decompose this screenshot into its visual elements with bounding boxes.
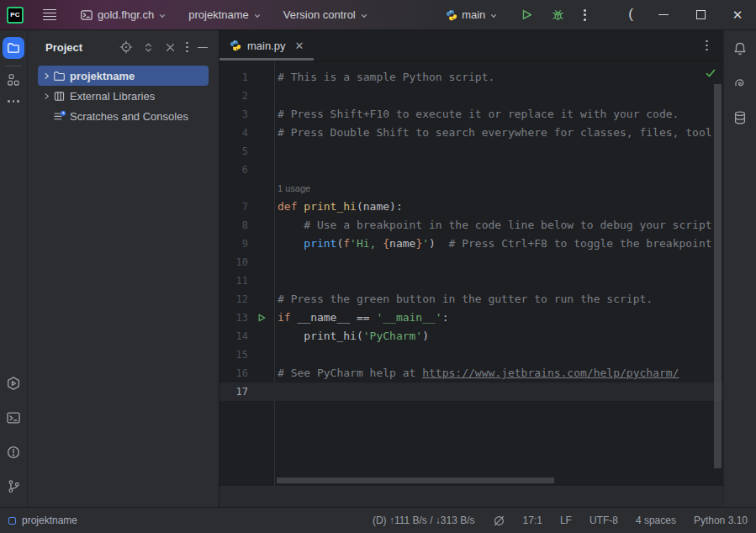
run-line-icon[interactable] bbox=[248, 309, 274, 327]
project-widget[interactable]: projektname bbox=[183, 5, 267, 24]
chevron-right-icon[interactable] bbox=[38, 72, 53, 80]
code-line[interactable]: 3# Press Shift+F10 to execute it or repl… bbox=[219, 105, 723, 124]
code-line[interactable]: 17 bbox=[219, 383, 723, 401]
status-project-widget[interactable]: projektname bbox=[8, 515, 77, 526]
code-line[interactable]: 10 bbox=[219, 253, 723, 272]
run-configuration-widget[interactable]: main bbox=[441, 5, 503, 24]
structure-tool-icon[interactable] bbox=[7, 73, 20, 87]
code-text: print(f'Hi, {name}') # Press Ctrl+F8 to … bbox=[274, 235, 723, 253]
pycharm-logo: PC bbox=[7, 7, 24, 24]
code-text bbox=[274, 272, 723, 290]
expand-all-icon[interactable] bbox=[141, 40, 156, 55]
code-editor[interactable]: 1# This is a sample Python script.23# Pr… bbox=[219, 61, 723, 486]
tab-main-py[interactable]: main.py ✕ bbox=[219, 30, 314, 61]
gutter-marker bbox=[248, 87, 274, 105]
collapse-all-icon[interactable] bbox=[163, 40, 177, 55]
problems-tool-icon[interactable] bbox=[6, 445, 21, 460]
code-text: # This is a sample Python script. bbox=[274, 68, 723, 87]
code-text: # Use a breakpoint in the code line belo… bbox=[274, 216, 723, 235]
gutter-marker bbox=[248, 346, 274, 364]
main-menu-icon[interactable] bbox=[38, 4, 61, 26]
code-line[interactable]: 5 bbox=[219, 142, 723, 161]
code-text: 1 usage bbox=[274, 179, 723, 198]
notifications-bell-icon[interactable] bbox=[732, 41, 748, 56]
code-line[interactable]: 2 bbox=[219, 87, 723, 105]
inspections-ok-icon[interactable] bbox=[705, 67, 716, 79]
project-tool-button[interactable] bbox=[3, 37, 24, 59]
more-actions-icon[interactable] bbox=[577, 5, 593, 25]
tab-options-icon[interactable] bbox=[699, 36, 715, 55]
panel-options-icon[interactable] bbox=[185, 41, 189, 54]
gutter-marker bbox=[248, 124, 274, 142]
locate-file-icon[interactable] bbox=[119, 40, 134, 55]
debug-button[interactable] bbox=[546, 4, 570, 25]
gutter-marker bbox=[248, 290, 274, 309]
vertical-scrollbar[interactable] bbox=[714, 84, 722, 468]
code-text: # Press Shift+F10 to execute it or repla… bbox=[274, 105, 723, 124]
more-tool-windows-icon[interactable] bbox=[8, 100, 19, 103]
vcs-widget[interactable]: Version control bbox=[278, 5, 373, 24]
line-separator-widget[interactable]: LF bbox=[560, 515, 572, 526]
line-number: 4 bbox=[219, 124, 248, 142]
remote-host-widget[interactable]: gold.fhgr.ch bbox=[75, 5, 172, 25]
chevron-down-icon bbox=[158, 12, 167, 20]
window-maximize-button[interactable] bbox=[682, 0, 719, 30]
code-line[interactable]: 16# See PyCharm help at https://www.jetb… bbox=[219, 364, 723, 383]
ai-assistant-icon[interactable] bbox=[732, 76, 748, 91]
vcs-widget-label: Version control bbox=[283, 8, 356, 21]
project-panel-header: Project bbox=[28, 30, 219, 64]
code-line[interactable]: 15 bbox=[219, 346, 723, 364]
status-project-label: projektname bbox=[22, 515, 77, 526]
window-minimize-button[interactable] bbox=[645, 0, 682, 30]
horizontal-scrollbar[interactable] bbox=[277, 478, 554, 483]
code-text bbox=[274, 383, 723, 401]
tree-item-scratches[interactable]: Scratches and Consoles bbox=[38, 106, 209, 126]
line-number: 2 bbox=[219, 87, 248, 105]
titlebar-extra-glyph: ( bbox=[628, 6, 633, 23]
run-button[interactable] bbox=[515, 4, 539, 25]
caret-position-widget[interactable]: 17:1 bbox=[523, 515, 542, 526]
right-activity-bar bbox=[723, 30, 756, 507]
code-line[interactable]: 8 # Use a breakpoint in the code line be… bbox=[219, 216, 723, 235]
services-tool-icon[interactable] bbox=[6, 376, 21, 391]
code-line[interactable]: 7def print_hi(name): bbox=[219, 198, 723, 216]
code-line[interactable]: 9 print(f'Hi, {name}') # Press Ctrl+F8 t… bbox=[219, 235, 723, 253]
terminal-tool-icon[interactable] bbox=[6, 410, 21, 425]
network-speed-widget[interactable]: (D) ↑111 B/s / ↓313 B/s bbox=[373, 515, 475, 526]
tree-item-label: Scratches and Consoles bbox=[70, 110, 188, 123]
chevron-right-icon[interactable] bbox=[38, 92, 53, 100]
chevron-down-icon bbox=[489, 12, 498, 20]
gutter-marker bbox=[248, 216, 274, 235]
hide-panel-icon[interactable] bbox=[197, 45, 209, 50]
code-line[interactable]: 11 bbox=[219, 272, 723, 290]
window-close-button[interactable]: ✕ bbox=[719, 0, 756, 30]
line-number: 1 bbox=[219, 68, 248, 87]
tree-item-projektname[interactable]: projektname bbox=[38, 66, 209, 86]
code-line[interactable]: 6 bbox=[219, 161, 723, 179]
remote-host-label: gold.fhgr.ch bbox=[98, 8, 154, 21]
code-line[interactable]: 14 print_hi('PyCharm') bbox=[219, 327, 723, 346]
project-panel: Project bbox=[28, 30, 219, 507]
sidebar-divider bbox=[5, 66, 22, 66]
chevron-down-icon bbox=[253, 12, 262, 20]
git-tool-icon[interactable] bbox=[7, 479, 21, 493]
active-tab-indicator bbox=[219, 58, 314, 61]
chevron-down-icon bbox=[360, 12, 368, 20]
code-text bbox=[274, 142, 723, 161]
inlay-hint-row[interactable]: 1 usage bbox=[219, 179, 723, 198]
code-line[interactable]: 13if __name__ == '__main__': bbox=[219, 309, 723, 327]
interpreter-widget[interactable]: Python 3.10 bbox=[694, 515, 748, 526]
tab-close-icon[interactable]: ✕ bbox=[293, 40, 306, 52]
code-line[interactable]: 12# Press the green button in the gutter… bbox=[219, 290, 723, 309]
line-number bbox=[219, 179, 248, 198]
indent-widget[interactable]: 4 spaces bbox=[636, 515, 676, 526]
encoding-widget[interactable]: UTF-8 bbox=[589, 515, 618, 526]
database-icon[interactable] bbox=[732, 110, 748, 125]
code-line[interactable]: 1# This is a sample Python script. bbox=[219, 68, 723, 87]
scratches-icon bbox=[53, 110, 70, 123]
run-config-label: main bbox=[462, 8, 485, 21]
code-line[interactable]: 4# Press Double Shift to search everywhe… bbox=[219, 124, 723, 142]
gutter-marker bbox=[248, 142, 274, 161]
highlighting-level-icon[interactable] bbox=[493, 515, 505, 527]
tree-item-external-libraries[interactable]: External Libraries bbox=[38, 86, 209, 106]
